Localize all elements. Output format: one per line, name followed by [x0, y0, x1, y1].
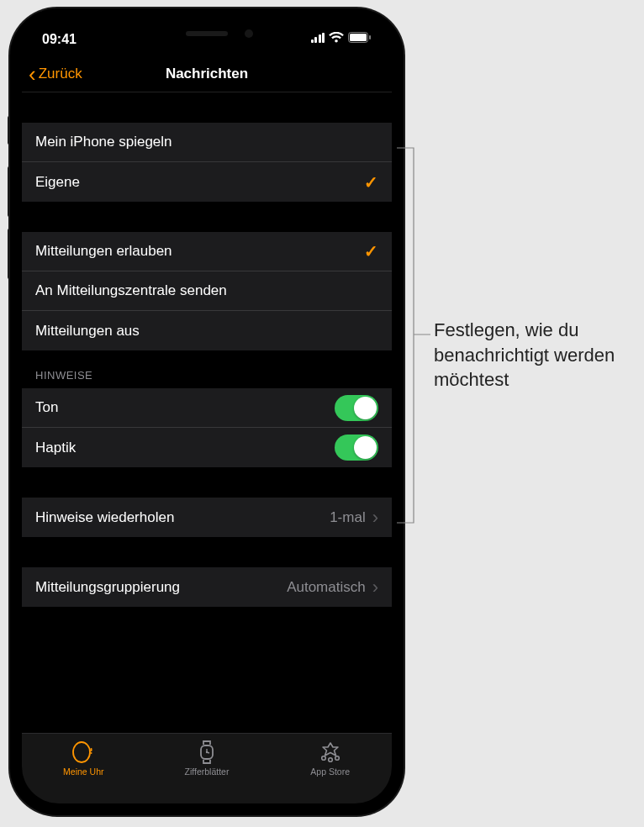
tab-faces[interactable]: Zifferblätter	[145, 734, 269, 803]
screen: 09:41 ‹ Zurück Nachrichten	[22, 20, 392, 803]
back-button[interactable]: ‹ Zurück	[29, 63, 82, 85]
sound-toggle[interactable]	[335, 395, 378, 421]
grouping-group: Mitteilungsgruppierung Automatisch ›	[22, 567, 392, 607]
cell-label: Mein iPhone spiegeln	[35, 134, 378, 150]
option-custom[interactable]: Eigene ✓	[22, 162, 392, 202]
battery-icon	[348, 32, 372, 43]
cell-label: Haptik	[35, 440, 335, 456]
wifi-icon	[329, 32, 344, 43]
option-mirror-iphone[interactable]: Mein iPhone spiegeln	[22, 123, 392, 162]
repeat-group: Hinweise wiederholen 1-mal ›	[22, 498, 392, 537]
option-notifications-off[interactable]: Mitteilungen aus	[22, 311, 392, 350]
haptic-toggle[interactable]	[335, 435, 378, 461]
svg-rect-1	[350, 34, 367, 41]
svg-line-9	[207, 752, 209, 753]
option-allow-notifications[interactable]: Mitteilungen erlauben ✓	[22, 232, 392, 271]
row-haptic: Haptik	[22, 428, 392, 467]
tab-bar: Meine Uhr Zifferblätter App Store	[22, 733, 392, 803]
cell-label: Mitteilungsgruppierung	[35, 579, 287, 596]
svg-point-3	[73, 742, 90, 762]
chevron-left-icon: ‹	[29, 63, 36, 85]
tab-app-store[interactable]: App Store	[268, 734, 392, 803]
watch-icon	[72, 740, 94, 764]
callout-text: Festlegen, wie du benachrichtigt werden …	[434, 318, 632, 392]
status-time: 09:41	[42, 32, 92, 47]
svg-point-12	[335, 756, 339, 761]
tab-label: Meine Uhr	[63, 766, 103, 777]
row-sound: Ton	[22, 388, 392, 428]
svg-point-11	[328, 758, 332, 762]
cell-detail: 1-mal	[330, 509, 366, 526]
cell-label: Hinweise wiederholen	[35, 509, 330, 526]
front-camera	[245, 29, 253, 38]
cell-label: Mitteilungen aus	[35, 323, 378, 340]
notifications-mode-group: Mitteilungen erlauben ✓ An Mitteilungsze…	[22, 232, 392, 350]
tab-label: App Store	[310, 766, 350, 777]
checkmark-icon: ✓	[364, 172, 378, 192]
option-send-to-center[interactable]: An Mitteilungszentrale senden	[22, 271, 392, 311]
cellular-signal-icon	[311, 33, 325, 43]
row-notification-grouping[interactable]: Mitteilungsgruppierung Automatisch ›	[22, 567, 392, 607]
section-header-hints: HINWEISE	[22, 350, 392, 388]
cell-label: Mitteilungen erlauben	[35, 243, 364, 260]
svg-rect-5	[91, 752, 92, 754]
callout-bracket	[393, 146, 429, 524]
chevron-right-icon: ›	[372, 577, 378, 598]
nav-bar: ‹ Zurück Nachrichten	[22, 55, 392, 92]
chevron-right-icon: ›	[372, 507, 378, 529]
svg-rect-2	[369, 35, 371, 40]
phone-frame: 09:41 ‹ Zurück Nachrichten	[10, 8, 404, 815]
page-title: Nachrichten	[166, 66, 248, 82]
mirror-group: Mein iPhone spiegeln Eigene ✓	[22, 123, 392, 202]
checkmark-icon: ✓	[364, 241, 378, 261]
watch-face-icon	[197, 740, 217, 764]
alerts-group: Ton Haptik	[22, 388, 392, 467]
cell-label: An Mitteilungszentrale senden	[35, 282, 378, 299]
tab-label: Zifferblätter	[185, 766, 230, 777]
tab-my-watch[interactable]: Meine Uhr	[22, 734, 145, 803]
svg-rect-4	[91, 748, 92, 751]
row-repeat-alerts[interactable]: Hinweise wiederholen 1-mal ›	[22, 498, 392, 537]
cell-label: Eigene	[35, 174, 364, 191]
settings-list: Mein iPhone spiegeln Eigene ✓ Mitteilung…	[22, 92, 392, 607]
app-store-icon	[319, 740, 341, 764]
cell-detail: Automatisch	[287, 579, 366, 596]
speaker-grill	[186, 31, 228, 36]
cell-label: Ton	[35, 399, 335, 416]
svg-point-10	[321, 756, 325, 761]
notch	[119, 20, 295, 47]
back-label: Zurück	[39, 66, 82, 82]
